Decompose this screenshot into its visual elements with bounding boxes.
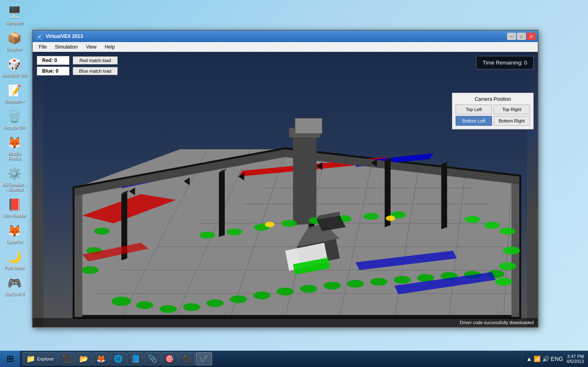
taskbar: ⊞ 📁Explorer⬛📂🦊🌐📘📎🎯⚫✔️ ▲ 📶 🔊 ENG 3:47 PM … <box>0 351 588 367</box>
svg-point-50 <box>324 282 341 289</box>
red-match-load-button[interactable]: Red match load <box>73 56 118 65</box>
explorer-taskbar-label: Explorer <box>37 356 54 361</box>
blue-match-load-button[interactable]: Blue match load <box>73 67 118 75</box>
desktop-icon-firefox[interactable]: 🦊 Mozilla Firefox <box>1 133 28 163</box>
close-button[interactable]: ✕ <box>527 33 536 40</box>
svg-point-72 <box>82 266 99 274</box>
recycle-label: Recycle Bin <box>4 125 25 130</box>
cyberfox-icon: 🦊 <box>6 222 22 239</box>
desktop-icon-autodesk3ds[interactable]: 🎲 Autodesk 3ds <box>1 54 28 80</box>
start-button[interactable]: ⊞ <box>0 351 20 367</box>
earth-taskbar-icon: 🌐 <box>114 354 123 363</box>
dropbox-label: Dropbox <box>7 47 22 52</box>
autodesk3ds-icon: 🎲 <box>6 56 22 72</box>
file_explorer-taskbar-icon: 📂 <box>79 354 88 363</box>
dropbox-icon: 📦 <box>6 30 22 46</box>
taskbar-item-file_explorer[interactable]: 📂 <box>76 352 92 365</box>
helix-taskbar-icon: 🎯 <box>165 354 174 363</box>
red-score-row: Red: 0 Red match load <box>37 56 118 65</box>
taskbar-item-helix[interactable]: 🎯 <box>161 352 178 365</box>
desktop-icon-recycle[interactable]: 🗑️ Recycle Bin <box>1 107 28 132</box>
word-taskbar-icon: 📘 <box>131 354 140 363</box>
desktop-icon-palemoon[interactable]: 🌙 Pale Moon <box>1 247 28 272</box>
svg-point-46 <box>230 296 247 303</box>
firefox-icon: 🦊 <box>6 134 22 151</box>
taskbar-item-word[interactable]: 📘 <box>127 352 143 365</box>
svg-point-64 <box>363 213 379 220</box>
tray-up-icon[interactable]: ▲ <box>526 356 532 362</box>
svg-point-67 <box>484 222 500 229</box>
camera-panel: Camera Position Top Left Top Right Botto… <box>452 93 534 129</box>
taskbar-tray: ▲ 📶 🔊 ENG 3:47 PM 4/5/2013 <box>522 351 588 367</box>
desktop-icon-dropbox[interactable]: 📦 Dropbox <box>1 28 28 53</box>
menu-file[interactable]: File <box>35 43 51 51</box>
taskbar-item-unity[interactable]: ⚫ <box>179 352 195 365</box>
tray-speaker-icon[interactable]: 🔊 <box>542 356 549 362</box>
maximize-button[interactable]: □ <box>517 33 526 40</box>
desktop-icon-starcraft[interactable]: 🎮 StarCraft II <box>1 273 28 298</box>
blue-score-label: Blue: 0 <box>37 67 69 76</box>
score-panel: Red: 0 Red match load Blue: 0 Blue match… <box>37 56 118 76</box>
svg-point-44 <box>183 303 200 311</box>
svg-point-71 <box>495 278 512 286</box>
desktop-icon-cyberfox[interactable]: 🦊 Cyberfox <box>1 221 28 246</box>
svg-marker-35 <box>441 163 447 229</box>
svg-rect-40 <box>295 118 322 133</box>
starcraft-icon: 🎮 <box>6 275 22 291</box>
desktop-icon-agttweaker[interactable]: ⚙️ AGTweaker... - Shortcut <box>1 164 28 194</box>
svg-point-47 <box>253 291 271 299</box>
svg-point-79 <box>386 216 395 221</box>
svg-point-58 <box>199 231 215 238</box>
svg-point-70 <box>499 262 516 270</box>
clock-date: 4/5/2013 <box>566 359 584 364</box>
desktop-icon-computer[interactable]: 🖥️ Computer <box>1 2 28 27</box>
status-bar: Driver code successfully downloaded <box>33 318 538 327</box>
app-window: ✔ VirtualVEX 2013 ─ □ ✕ File Simulation … <box>32 30 539 328</box>
svg-point-53 <box>393 276 411 284</box>
taskbar-item-firefox_tb[interactable]: 🦊 <box>93 352 109 365</box>
menu-view[interactable]: View <box>82 43 101 51</box>
svg-marker-29 <box>219 171 225 237</box>
desktop-icon-nitro[interactable]: 📕 Nitro Reader <box>1 195 28 220</box>
svg-point-52 <box>370 278 387 286</box>
taskbar-item-earth[interactable]: 🌐 <box>110 352 126 365</box>
taskbar-item-explorer[interactable]: 📁Explorer <box>22 352 58 365</box>
computer-label: Computer <box>5 21 23 26</box>
svg-point-66 <box>465 216 480 223</box>
agttweaker-icon: ⚙️ <box>6 165 22 182</box>
taskbar-item-icon6[interactable]: 📎 <box>144 352 161 365</box>
camera-bottom-left-button[interactable]: Bottom Left <box>456 116 492 126</box>
nitro-icon: 📕 <box>6 196 22 213</box>
taskbar-item-cmd[interactable]: ⬛ <box>58 352 75 365</box>
camera-top-left-button[interactable]: Top Left <box>456 105 492 114</box>
blue-score-row: Blue: 0 Blue match load <box>37 67 118 76</box>
svg-point-69 <box>503 247 520 254</box>
menu-help[interactable]: Help <box>101 43 119 51</box>
clock-time: 3:47 PM <box>567 354 584 359</box>
svg-marker-23 <box>74 188 82 317</box>
menu-simulation[interactable]: Simulation <box>51 43 82 51</box>
unity-taskbar-icon: ⚫ <box>182 354 191 363</box>
notepadpp-label: Notepad++ <box>4 99 25 104</box>
svg-point-61 <box>281 220 297 227</box>
camera-top-right-button[interactable]: Top Right <box>494 105 530 114</box>
taskbar-item-vex[interactable]: ✔️ <box>196 352 212 365</box>
app-content: Red: 0 Red match load Blue: 0 Blue match… <box>33 52 538 327</box>
app-icon: ✔ <box>36 33 43 40</box>
svg-marker-37 <box>293 132 316 225</box>
svg-point-43 <box>160 305 177 313</box>
minimize-button[interactable]: ─ <box>507 33 516 40</box>
desktop-icon-notepadpp[interactable]: 📝 Notepad++ <box>1 80 28 106</box>
taskbar-items: 📁Explorer⬛📂🦊🌐📘📎🎯⚫✔️ <box>20 351 522 367</box>
camera-bottom-right-button[interactable]: Bottom Right <box>494 116 530 126</box>
tray-network-icon[interactable]: 📶 <box>534 356 541 362</box>
tray-lang-icon[interactable]: ENG <box>551 356 563 362</box>
status-text: Driver code successfully downloaded <box>460 320 534 325</box>
palemoon-label: Pale Moon <box>4 266 24 271</box>
svg-marker-25 <box>512 176 519 317</box>
svg-point-78 <box>265 222 274 227</box>
recycle-icon: 🗑️ <box>6 108 22 125</box>
explorer-taskbar-icon: 📁 <box>26 354 35 363</box>
tray-icons: ▲ 📶 🔊 ENG <box>526 356 563 362</box>
game-scene: Red: 0 Red match load Blue: 0 Blue match… <box>33 52 538 327</box>
